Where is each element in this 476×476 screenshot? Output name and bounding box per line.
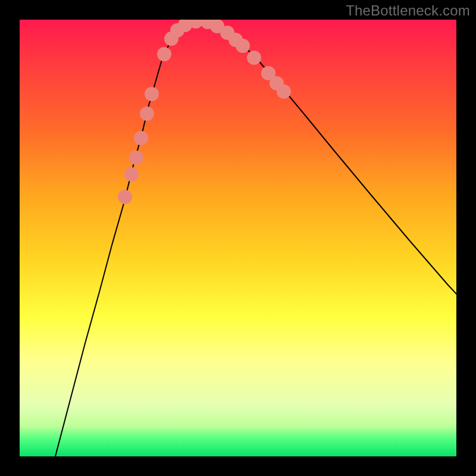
marker-dot	[118, 190, 132, 204]
data-markers	[118, 20, 291, 204]
marker-dot	[277, 84, 291, 99]
plot-svg	[20, 20, 456, 456]
marker-dot	[129, 151, 143, 165]
marker-dot	[140, 107, 154, 121]
main-curve	[55, 20, 456, 456]
marker-dot	[145, 87, 159, 101]
chart-frame: TheBottleneck.com	[0, 0, 476, 476]
marker-dot	[157, 47, 171, 61]
marker-dot	[134, 131, 148, 145]
marker-dot	[124, 167, 139, 181]
marker-dot	[247, 51, 261, 65]
marker-dot	[236, 39, 250, 53]
watermark-text: TheBottleneck.com	[346, 2, 470, 19]
